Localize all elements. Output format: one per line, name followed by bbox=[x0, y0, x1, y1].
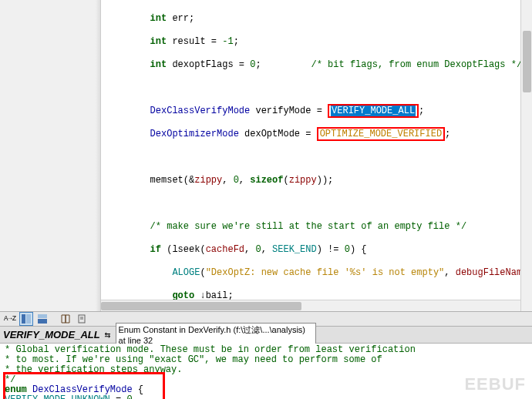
type: DexOptimizerMode bbox=[150, 129, 239, 139]
code-text: ( bbox=[200, 267, 205, 278]
enum-const: VERIFY_MODE_UNKNOWN bbox=[5, 394, 110, 399]
code-line: int dexoptFlags = 0; /* bit flags, from … bbox=[106, 59, 532, 71]
code-text: , bbox=[444, 267, 455, 278]
highlight-red-box: VERIFY_MODE_ALL bbox=[328, 104, 419, 118]
code-text: ; bbox=[234, 36, 239, 47]
sort-label: A→Z bbox=[4, 315, 16, 323]
comment: * to most. If we're using "exact GC", we… bbox=[5, 354, 382, 365]
code-text: ; bbox=[419, 106, 424, 116]
sort-alpha-button[interactable]: A→Z bbox=[3, 312, 17, 326]
code-line: if (lseek(cacheFd, 0, SEEK_END) != 0) { bbox=[106, 244, 532, 256]
view-mode-1-button[interactable] bbox=[19, 312, 33, 326]
lower-source-panel[interactable]: * Global verification mode. These must b… bbox=[0, 344, 532, 399]
code-content[interactable]: int err; int result = -1; int dexoptFlag… bbox=[101, 0, 532, 311]
kw-if: if bbox=[150, 244, 161, 255]
svg-rect-2 bbox=[38, 314, 47, 318]
var: cacheFd bbox=[206, 244, 244, 255]
kw-int: int bbox=[150, 36, 167, 47]
kw-sizeof: sizeof bbox=[250, 175, 283, 186]
vertical-scrollbar-thumb[interactable] bbox=[523, 31, 531, 92]
code-line: * the verification steps anyway. bbox=[5, 365, 527, 375]
page-icon-button[interactable] bbox=[75, 312, 89, 326]
num: 0 bbox=[255, 244, 261, 255]
code-line bbox=[106, 82, 532, 94]
code-line: int result = -1; bbox=[106, 36, 532, 48]
svg-rect-1 bbox=[26, 314, 31, 324]
horizontal-scrollbar-thumb[interactable] bbox=[101, 302, 301, 310]
type: DexClassVerifyMode bbox=[150, 106, 251, 116]
code-line: int err; bbox=[106, 13, 532, 25]
code-text: ; bbox=[255, 59, 261, 70]
symbol-name: VERIFY_MODE_ALL bbox=[3, 329, 100, 340]
code-line bbox=[106, 198, 532, 210]
num: -1 bbox=[222, 36, 233, 47]
code-text: , bbox=[222, 175, 233, 186]
code-text: ) { bbox=[350, 244, 367, 255]
code-text: (lseek( bbox=[161, 244, 206, 255]
comment: */ bbox=[5, 374, 15, 385]
kw-enum: enum bbox=[5, 384, 27, 395]
macro: ALOGE bbox=[172, 267, 200, 278]
code-text: )); bbox=[317, 175, 334, 186]
code-text: ( bbox=[283, 175, 288, 186]
code-line: memset(&zippy, 0, sizeof(zippy)); bbox=[106, 175, 532, 186]
code-text: verifyMode = bbox=[250, 106, 328, 116]
var: debugFileName bbox=[456, 267, 528, 278]
comment: /* bit flags, from enum DexoptFlags */ bbox=[311, 59, 522, 70]
symbol-info-bar: VERIFY_MODE_ALL ⇆ Enum Constant in DexVe… bbox=[0, 327, 532, 344]
code-text: dexOptMode = bbox=[239, 129, 317, 139]
code-text: , bbox=[239, 175, 250, 186]
code-text: ; bbox=[445, 129, 450, 139]
kw-int: int bbox=[150, 59, 167, 70]
book-icon-button[interactable] bbox=[59, 312, 72, 326]
horizontal-scrollbar[interactable] bbox=[101, 300, 520, 311]
code-text: err; bbox=[167, 13, 194, 24]
code-line: ALOGE("DexOptZ: new cache file '%s' is n… bbox=[106, 267, 532, 279]
selected-token[interactable]: VERIFY_MODE_ALL bbox=[331, 106, 416, 116]
svg-rect-0 bbox=[22, 314, 25, 324]
gutter-shadow bbox=[96, 0, 100, 311]
var: zippy bbox=[194, 175, 222, 186]
code-text: dexoptFlags = bbox=[167, 59, 250, 70]
string: "DexOptZ: new cache file '%s' is not emp… bbox=[206, 267, 445, 278]
kw-int: int bbox=[150, 13, 167, 24]
const: SEEK_END bbox=[272, 244, 317, 255]
code-text: , bbox=[261, 244, 272, 255]
code-line: DexOptimizerMode dexOptMode = OPTIMIZE_M… bbox=[106, 129, 532, 140]
var: zippy bbox=[289, 175, 317, 186]
editor-gutter bbox=[0, 0, 101, 311]
num: 0 bbox=[126, 394, 132, 399]
view-mode-2-button[interactable] bbox=[35, 312, 49, 326]
code-text: , bbox=[133, 394, 138, 399]
code-text: ) != bbox=[317, 244, 345, 255]
num: 0 bbox=[345, 244, 350, 255]
code-line: VERIFY_MODE_UNKNOWN = 0, bbox=[5, 395, 527, 399]
comment: * the verification steps anyway. bbox=[5, 364, 182, 375]
code-text: , bbox=[244, 244, 255, 255]
jump-icon[interactable]: ⇆ bbox=[105, 329, 111, 341]
fn: memset bbox=[150, 175, 184, 186]
comment: /* make sure we're still at the start of… bbox=[150, 221, 466, 232]
vertical-scrollbar[interactable] bbox=[520, 0, 532, 311]
comment: * Global verification mode. These must b… bbox=[5, 344, 416, 355]
num: 0 bbox=[234, 175, 239, 186]
code-line: DexClassVerifyMode verifyMode = VERIFY_M… bbox=[106, 106, 532, 117]
code-text: = bbox=[110, 394, 127, 399]
code-line bbox=[106, 152, 532, 163]
type: DexClassVerifyMode bbox=[27, 384, 133, 395]
code-editor-area: int err; int result = -1; int dexoptFlag… bbox=[0, 0, 532, 311]
highlight-red-box: OPTIMIZE_MODE_VERIFIED bbox=[317, 127, 445, 141]
code-line: /* make sure we're still at the start of… bbox=[106, 221, 532, 233]
svg-rect-3 bbox=[38, 319, 47, 324]
code-text: result = bbox=[167, 36, 222, 47]
code-text: (& bbox=[184, 175, 194, 186]
brace: { bbox=[133, 384, 143, 395]
